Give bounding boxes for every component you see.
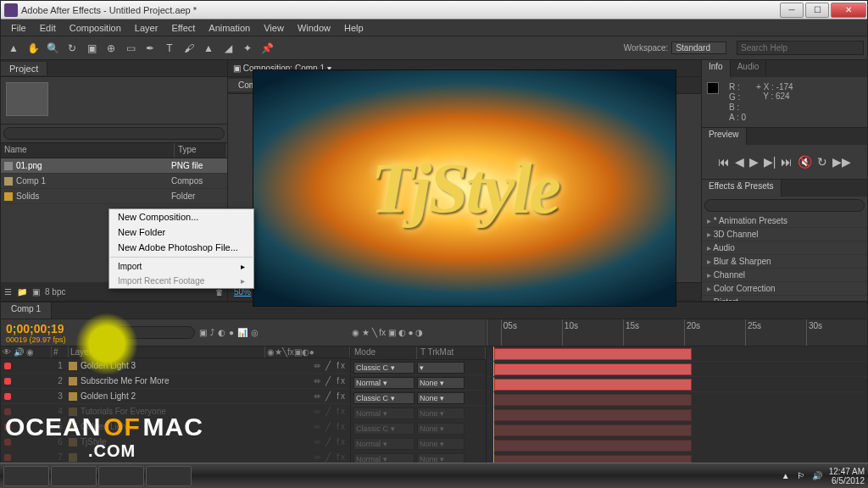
close-button[interactable]: ✕ [831,3,866,18]
visibility-toggle[interactable] [4,424,11,430]
layer-row[interactable]: 1 Golden Light 3 ⬄ ╱ fx [1,358,350,374]
menu-layer[interactable]: Layer [128,21,165,35]
blend-mode-select[interactable]: Normal ▾ [353,438,415,450]
layer-bar[interactable] [494,394,692,406]
current-time[interactable]: 0;00;00;19 00019 (29.97 fps) [1,319,113,346]
effect-category[interactable]: Audio [702,241,867,255]
rotate-tool[interactable]: ↻ [63,39,81,58]
timeline-tab[interactable]: Comp 1 [1,302,52,319]
cm-import[interactable]: Import▸ [109,259,253,274]
mute-button[interactable]: 🔇 [798,155,812,169]
effect-category[interactable]: 3D Channel [702,228,867,241]
cm-new-composition[interactable]: New Composition... [109,209,253,225]
next-frame-button[interactable]: ▶| [764,155,776,169]
visibility-toggle[interactable] [4,454,11,461]
blend-mode-select[interactable]: Classic C ▾ [353,423,415,435]
search-help-input[interactable] [737,41,864,55]
new-comp-button[interactable]: ▣ [32,287,40,297]
trkmat-select[interactable]: None ▾ [417,392,465,404]
time-ruler[interactable]: 05s 10s 15s 20s 25s 30s [486,319,867,346]
menu-file[interactable]: File [4,21,33,35]
taskbar-app[interactable] [98,466,144,486]
frame-blend-icon[interactable]: ◐ [218,328,225,337]
prev-frame-button[interactable]: ◀ [735,155,744,169]
menu-edit[interactable]: Edit [33,21,63,35]
menu-view[interactable]: View [257,21,291,35]
taskbar-app[interactable] [146,466,192,486]
workspace-select[interactable]: Standard [671,42,726,54]
trkmat-select[interactable]: None ▾ [417,377,465,389]
menu-window[interactable]: Window [291,21,337,35]
visibility-toggle[interactable] [4,393,11,400]
roto-tool[interactable]: ✦ [238,39,257,58]
layer-color[interactable] [69,392,77,401]
taskbar-app[interactable] [51,466,97,486]
brush-tool[interactable]: 🖌 [180,39,198,58]
track-row[interactable] [487,347,867,362]
rect-tool[interactable]: ▭ [121,39,140,58]
timeline-search[interactable] [115,326,195,339]
pen-tool[interactable]: ✒ [141,39,159,58]
blend-mode-select[interactable]: Normal ▾ [353,377,415,389]
layer-row[interactable]: 6 TjStyle ⬄ ╱ fx [1,435,350,450]
layer-bar[interactable] [494,409,692,421]
timeline-tracks[interactable] [486,347,867,477]
preview-tab[interactable]: Preview [702,128,747,145]
visibility-toggle[interactable] [4,363,11,369]
menu-animation[interactable]: Animation [202,21,257,35]
trkmat-select[interactable]: ▾ [417,362,465,374]
layer-color[interactable] [69,423,77,431]
cm-new-folder[interactable]: New Folder [109,225,253,240]
audio-tab[interactable]: Audio [731,60,767,77]
puppet-tool[interactable]: 📌 [258,39,276,58]
layer-row[interactable]: 2 Subscribe Me For More ⬄ ╱ fx [1,374,350,389]
effects-presets-tab[interactable]: Effects & Presets [702,180,782,197]
trkmat-select[interactable]: None ▾ [417,408,465,419]
layer-color[interactable] [69,362,77,370]
tray-icon[interactable]: 🔊 [812,471,822,480]
anchor-tool[interactable]: ⊕ [102,39,120,58]
menu-effect[interactable]: Effect [164,21,202,35]
effect-category[interactable]: Channel [702,269,867,282]
col-name[interactable]: Name [1,143,175,158]
layer-row[interactable]: 5 Golden Light ⬄ ╱ fx [1,419,350,435]
minimize-button[interactable]: ─ [780,3,804,18]
blend-mode-select[interactable]: Normal ▾ [353,408,415,419]
effect-category[interactable]: Color Correction [702,282,867,296]
col-type[interactable]: Type [175,143,227,158]
selection-tool[interactable]: ▲ [4,39,23,58]
blend-mode-select[interactable]: Classic C ▾ [353,392,415,404]
trkmat-select[interactable]: None ▾ [417,438,465,450]
layer-bar[interactable] [494,440,692,452]
menu-help[interactable]: Help [337,21,370,35]
trkmat-select[interactable]: None ▾ [417,423,465,435]
shy-icon[interactable]: ⤴ [210,328,214,337]
effect-category[interactable]: Blur & Sharpen [702,255,867,269]
track-row[interactable] [487,438,867,453]
composition-viewer[interactable]: TjStyle [228,94,701,282]
effect-category[interactable]: * Animation Presets [702,214,867,228]
layer-bar[interactable] [494,379,692,391]
taskbar-start[interactable] [3,466,49,486]
layer-color[interactable] [69,377,77,385]
project-row[interactable]: Comp 1 Compos [1,174,227,189]
play-button[interactable]: ▶ [749,155,759,169]
layer-color[interactable] [69,438,77,446]
comp-button-icon[interactable]: ▣ [199,328,207,337]
motion-blur-icon[interactable]: ● [229,328,234,337]
layer-color[interactable] [69,408,77,416]
project-row[interactable]: 01.png PNG file [1,158,227,174]
track-row[interactable] [487,377,867,392]
track-row[interactable] [487,392,867,408]
first-frame-button[interactable]: ⏮ [718,155,730,169]
interpret-button[interactable]: ☰ [4,287,12,297]
blend-mode-select[interactable]: Classic C ▾ [353,362,415,374]
project-search-input[interactable] [3,127,225,140]
track-row[interactable] [487,362,867,377]
last-frame-button[interactable]: ⏭ [781,155,793,169]
track-row[interactable] [487,408,867,423]
taskbar-clock[interactable]: 12:47 AM 6/5/2012 [829,467,865,485]
track-row[interactable] [487,423,867,438]
layer-bar[interactable] [494,363,692,375]
visibility-toggle[interactable] [4,439,11,446]
